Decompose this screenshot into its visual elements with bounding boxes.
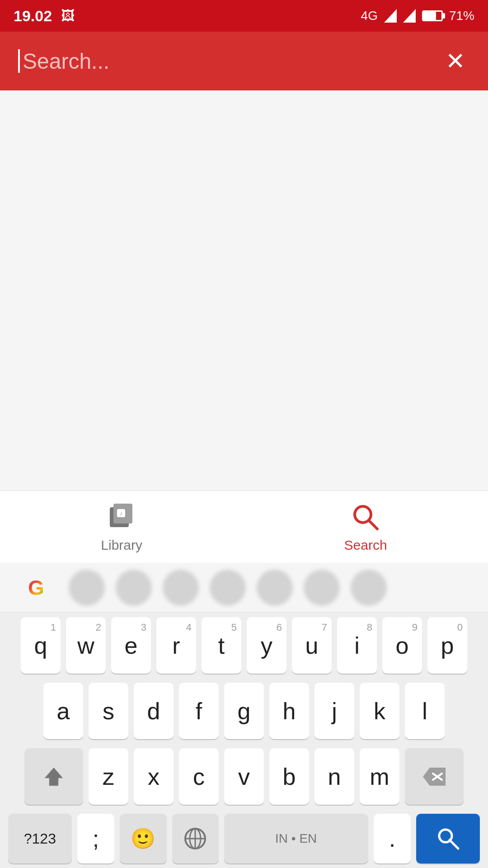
key-q[interactable]: 1 q: [21, 617, 61, 674]
keyboard-row-asdf: a s d f g h j k l: [0, 678, 488, 744]
key-i[interactable]: 8 i: [337, 617, 377, 674]
emoji-suggestion-1[interactable]: [69, 570, 105, 606]
space-key[interactable]: IN • EN: [224, 814, 368, 863]
search-nav-icon: [350, 501, 381, 533]
emoji-suggestion-4[interactable]: [210, 570, 246, 606]
symbols-key[interactable]: ?123: [8, 814, 72, 863]
key-p[interactable]: 0 p: [427, 617, 467, 674]
emoji-key[interactable]: 🙂: [120, 814, 166, 863]
key-k[interactable]: k: [360, 683, 399, 739]
status-time: 19.02: [14, 7, 52, 25]
backspace-key[interactable]: [405, 748, 464, 805]
text-cursor: [18, 49, 20, 73]
search-header: Search... ✕: [0, 32, 488, 90]
search-svg: [350, 502, 381, 533]
backspace-icon: [423, 765, 446, 788]
key-s[interactable]: s: [89, 683, 128, 739]
status-left: 19.02 🖼: [14, 7, 75, 25]
key-e[interactable]: 3 e: [111, 617, 151, 674]
space-key-label: IN • EN: [275, 831, 317, 846]
key-l[interactable]: l: [405, 683, 445, 739]
battery-icon: [422, 10, 443, 21]
nav-item-library[interactable]: ♪ Library: [65, 497, 178, 557]
key-w[interactable]: 2 w: [66, 617, 106, 674]
library-svg: ♪: [106, 502, 137, 533]
nav-label-library: Library: [101, 538, 142, 553]
emoji-suggestion-5[interactable]: [257, 570, 293, 606]
emoji-suggestions-row: G: [0, 563, 488, 613]
emoji-suggestion-6[interactable]: [304, 570, 340, 606]
keyboard-row-qwerty: 1 q 2 w 3 e 4 r 5 t 6 y 7 u 8 i: [0, 613, 488, 678]
bottom-navigation: ♪ Library Search: [0, 491, 488, 563]
battery-label: 71%: [449, 9, 474, 23]
status-bar: 19.02 🖼 4G 71%: [0, 0, 488, 32]
key-t[interactable]: 5 t: [202, 617, 241, 674]
google-emoji[interactable]: G: [9, 570, 63, 606]
key-z[interactable]: z: [89, 748, 128, 805]
key-v[interactable]: v: [224, 748, 264, 805]
search-action-icon: [436, 826, 461, 851]
globe-icon: [183, 827, 207, 850]
notification-icon: 🖼: [61, 8, 75, 24]
signal-icon-1: [384, 9, 397, 23]
key-x[interactable]: x: [134, 748, 174, 805]
period-key[interactable]: .: [374, 814, 411, 863]
key-m[interactable]: m: [360, 748, 399, 805]
key-u[interactable]: 7 u: [292, 617, 332, 674]
svg-marker-0: [384, 9, 397, 23]
status-right: 4G 71%: [361, 9, 474, 23]
emoji-suggestion-3[interactable]: [163, 570, 199, 606]
key-n[interactable]: n: [314, 748, 354, 805]
svg-marker-8: [45, 768, 63, 786]
keyboard-row-zxcv: z x c v b n m: [0, 744, 488, 809]
symbols-key-label: ?123: [24, 830, 56, 847]
nav-item-search[interactable]: Search: [308, 497, 423, 557]
key-o[interactable]: 9 o: [382, 617, 422, 674]
semicolon-key[interactable]: ;: [77, 814, 115, 863]
search-input-container[interactable]: Search...: [18, 49, 432, 74]
keyboard: 1 q 2 w 3 e 4 r 5 t 6 y 7 u 8 i: [0, 613, 488, 868]
svg-line-7: [369, 520, 377, 529]
shift-icon: [42, 765, 65, 788]
emoji-suggestion-7[interactable]: [351, 570, 387, 606]
library-icon: ♪: [106, 501, 137, 533]
key-b[interactable]: b: [269, 748, 309, 805]
key-r[interactable]: 4 r: [156, 617, 196, 674]
keyboard-row-bottom: ?123 ; 🙂 IN • EN .: [0, 809, 488, 868]
search-placeholder: Search...: [23, 49, 109, 74]
key-j[interactable]: j: [314, 683, 354, 739]
key-c[interactable]: c: [179, 748, 219, 805]
key-y[interactable]: 6 y: [247, 617, 286, 674]
shift-key[interactable]: [24, 748, 83, 805]
search-close-button[interactable]: ✕: [441, 43, 470, 79]
main-content: [0, 90, 488, 491]
svg-marker-1: [403, 9, 416, 23]
globe-key[interactable]: [172, 814, 219, 863]
key-a[interactable]: a: [43, 683, 83, 739]
nav-label-search: Search: [344, 538, 387, 553]
emoji-suggestion-2[interactable]: [116, 570, 152, 606]
svg-line-17: [450, 840, 458, 849]
search-action-key[interactable]: [416, 814, 480, 863]
key-d[interactable]: d: [134, 683, 174, 739]
key-h[interactable]: h: [269, 683, 309, 739]
google-g-icon: G: [28, 576, 44, 600]
svg-text:♪: ♪: [120, 509, 123, 517]
key-g[interactable]: g: [224, 683, 264, 739]
svg-marker-9: [423, 768, 446, 786]
battery-fill: [423, 12, 436, 20]
key-f[interactable]: f: [179, 683, 219, 739]
emoji-key-icon: 🙂: [131, 827, 155, 850]
network-label: 4G: [361, 9, 378, 23]
signal-icon-2: [403, 9, 416, 23]
